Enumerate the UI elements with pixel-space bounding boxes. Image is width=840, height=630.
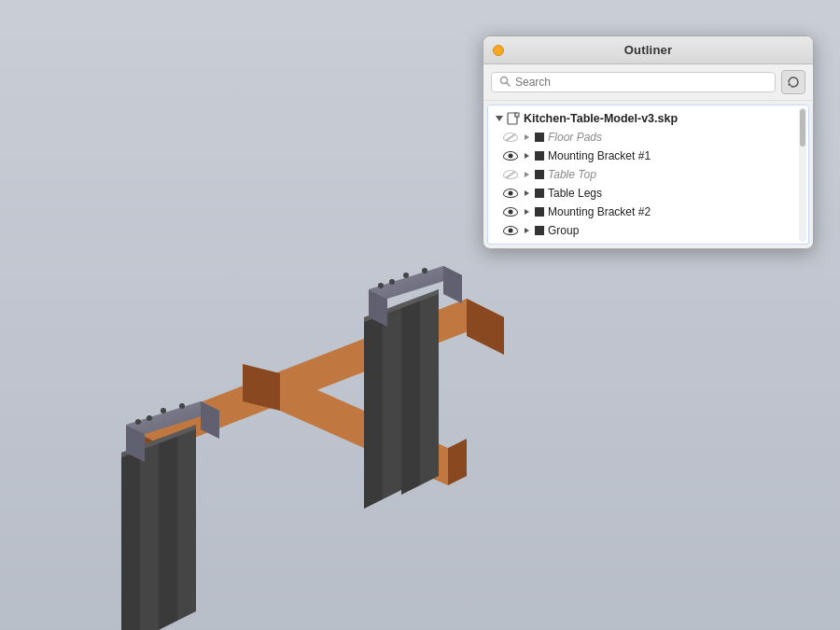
svg-point-23 <box>179 403 185 409</box>
scrollbar-thumb[interactable] <box>800 109 805 147</box>
eye-visible-icon <box>503 206 518 217</box>
item-chevron-icon <box>522 151 531 161</box>
item-color-swatch <box>535 133 544 142</box>
list-item[interactable]: Table Top <box>488 165 808 184</box>
svg-marker-8 <box>121 448 140 630</box>
svg-point-24 <box>147 415 152 421</box>
item-chevron-icon <box>522 207 531 217</box>
eye-visible-icon <box>503 188 518 199</box>
item-chevron-icon <box>522 226 531 235</box>
eye-hidden-icon <box>503 132 518 143</box>
item-chevron-icon <box>522 133 531 142</box>
item-chevron-icon <box>522 189 531 198</box>
item-color-swatch <box>535 226 544 235</box>
svg-marker-10 <box>177 425 196 621</box>
item-label: Group <box>548 224 801 237</box>
root-label: Kitchen-Table-Model-v3.skp <box>524 112 678 125</box>
list-item[interactable]: Group <box>488 221 808 240</box>
outliner-tree: Kitchen-Table-Model-v3.skp Floor Pads Mo… <box>487 105 809 245</box>
search-wrapper <box>491 72 776 92</box>
search-bar <box>483 64 813 101</box>
svg-marker-17 <box>401 299 420 495</box>
eye-visible-icon <box>503 225 518 236</box>
file-icon <box>507 112 520 125</box>
svg-marker-11 <box>159 434 177 630</box>
eye-visible-icon <box>503 150 518 161</box>
item-color-swatch <box>535 170 544 179</box>
svg-marker-7 <box>140 439 159 630</box>
svg-marker-16 <box>420 289 439 485</box>
list-item[interactable]: Table Legs <box>488 184 808 203</box>
tree-root-item[interactable]: Kitchen-Table-Model-v3.skp <box>488 109 808 128</box>
svg-point-29 <box>403 273 409 278</box>
eye-hidden-icon <box>503 169 518 180</box>
svg-point-32 <box>378 283 384 288</box>
item-label: Floor Pads <box>548 131 801 144</box>
item-label: Table Legs <box>548 187 801 200</box>
svg-point-22 <box>161 408 166 413</box>
item-label: Table Top <box>548 168 801 181</box>
search-input[interactable] <box>515 76 767 89</box>
item-color-swatch <box>535 189 544 198</box>
item-color-swatch <box>535 151 544 161</box>
close-button[interactable] <box>493 45 504 56</box>
panel-title: Outliner <box>624 43 672 57</box>
tree-root: Kitchen-Table-Model-v3.skp Floor Pads Mo… <box>488 105 808 244</box>
svg-line-34 <box>507 83 511 87</box>
outliner-panel: Outliner <box>483 35 814 249</box>
svg-point-25 <box>135 419 141 425</box>
svg-point-31 <box>389 279 395 285</box>
item-label: Mounting Bracket #2 <box>548 205 801 218</box>
outliner-titlebar: Outliner <box>483 36 813 64</box>
item-color-swatch <box>535 207 544 217</box>
svg-marker-14 <box>364 313 383 509</box>
chevron-down-icon <box>496 116 503 121</box>
scrollbar[interactable] <box>799 107 806 242</box>
search-icon <box>499 76 511 89</box>
svg-rect-36 <box>515 113 519 117</box>
item-chevron-icon <box>522 170 531 179</box>
item-label: Mounting Bracket #1 <box>548 149 801 162</box>
list-item[interactable]: Mounting Bracket #1 <box>488 147 808 165</box>
svg-point-30 <box>422 268 427 273</box>
list-item[interactable]: Mounting Bracket #2 <box>488 203 808 221</box>
list-item[interactable]: Floor Pads <box>488 128 808 147</box>
refresh-button[interactable] <box>781 70 805 94</box>
svg-marker-13 <box>383 303 401 499</box>
